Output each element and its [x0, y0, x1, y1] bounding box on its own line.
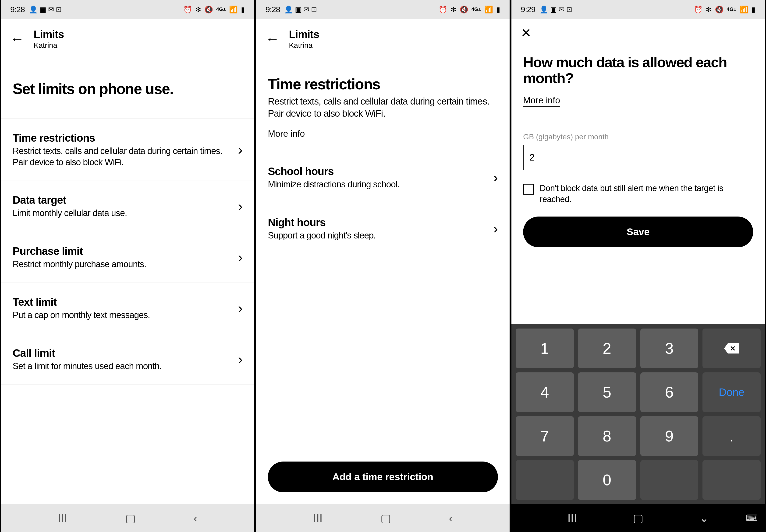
home-button[interactable]: ▢ [380, 511, 391, 525]
key-2[interactable]: 2 [578, 329, 636, 368]
header-title: Limits [34, 28, 64, 41]
android-nav-bar: III ▢ ‹ [1, 504, 254, 532]
page-heading: Set limits on phone use. [1, 59, 254, 119]
status-left-icons: 👤 ▣ ✉ ⊡ [29, 5, 62, 14]
status-time: 9:29 [521, 5, 535, 14]
checkbox-label: Don't block data but still alert me when… [540, 183, 753, 205]
numeric-keyboard: 1 2 3 ✕ 4 5 6 Done 7 8 9 . 0 [511, 324, 765, 504]
key-1[interactable]: 1 [516, 329, 574, 368]
signal-icon: 📶 [740, 5, 748, 14]
recents-button[interactable]: III [567, 512, 577, 525]
item-night-hours[interactable]: Night hours Support a good night's sleep… [256, 203, 509, 254]
battery-icon: ▮ [752, 5, 755, 14]
key-4[interactable]: 4 [516, 372, 574, 412]
item-text-limit[interactable]: Text limit Put a cap on monthly text mes… [1, 283, 254, 334]
key-8[interactable]: 8 [578, 416, 636, 456]
screen-data-target: 9:29 👤 ▣ ✉ ⊡ ⏰ ✻ 🔇 4G± 📶 ▮ ✕ How much da… [510, 0, 766, 532]
key-6[interactable]: 6 [640, 372, 699, 412]
item-call-limit[interactable]: Call limit Set a limit for minutes used … [1, 334, 254, 385]
item-title: Text limit [13, 296, 231, 308]
bluetooth-icon: ✻ [450, 5, 456, 14]
chevron-right-icon: › [493, 221, 498, 237]
key-backspace[interactable]: ✕ [703, 329, 761, 368]
status-bar: 9:29 👤 ▣ ✉ ⊡ ⏰ ✻ 🔇 4G± 📶 ▮ [511, 0, 765, 19]
chevron-right-icon: › [238, 198, 243, 214]
app-header: ← Limits Katrina [1, 19, 254, 59]
item-purchase-limit[interactable]: Purchase limit Restrict monthly purchase… [1, 232, 254, 283]
input-label: GB (gigabytes) per month [511, 119, 765, 145]
chevron-right-icon: › [238, 300, 243, 316]
alarm-icon: ⏰ [183, 5, 192, 14]
item-data-target[interactable]: Data target Limit monthly cellular data … [1, 181, 254, 232]
item-desc: Minimize distractions during school. [268, 179, 486, 190]
keyboard-switch-icon[interactable]: ⌨ [746, 513, 758, 523]
chevron-right-icon: › [238, 351, 243, 367]
key-3[interactable]: 3 [640, 329, 699, 368]
item-desc: Set a limit for minutes used each month. [13, 361, 231, 372]
key-7[interactable]: 7 [516, 416, 574, 456]
back-button[interactable]: ← [266, 32, 280, 46]
item-title: School hours [268, 165, 486, 178]
key-blank-right [640, 460, 699, 500]
close-button[interactable]: ✕ [521, 26, 755, 40]
header-subtitle: Katrina [34, 41, 64, 50]
key-5[interactable]: 5 [578, 372, 636, 412]
status-bar: 9:28 👤 ▣ ✉ ⊡ ⏰ ✻ 🔇 4G± 📶 ▮ [256, 0, 509, 19]
recents-button[interactable]: III [58, 512, 67, 525]
alert-only-checkbox-row[interactable]: Don't block data but still alert me when… [511, 170, 765, 214]
signal-icon: 📶 [229, 5, 238, 14]
network-icon: 4G± [216, 6, 226, 12]
page-heading: Time restrictions [256, 59, 509, 95]
save-button[interactable]: Save [523, 217, 753, 247]
recents-button[interactable]: III [313, 512, 323, 525]
add-time-restriction-button[interactable]: Add a time restriction [268, 462, 498, 492]
header-title: Limits [289, 28, 319, 41]
item-time-restrictions[interactable]: Time restrictions Restrict texts, calls … [1, 119, 254, 181]
data-amount-input[interactable]: 2 [523, 145, 753, 170]
back-button[interactable]: ← [10, 32, 24, 46]
bluetooth-icon: ✻ [706, 5, 712, 14]
item-desc: Support a good night's sleep. [268, 230, 486, 241]
item-title: Data target [13, 194, 231, 206]
status-time: 9:28 [10, 5, 25, 14]
android-nav-bar: III ▢ ⌄ ⌨ [511, 504, 765, 532]
item-desc: Restrict texts, calls and cellular data … [13, 146, 231, 168]
android-nav-bar: III ▢ ‹ [256, 504, 509, 532]
screen-limits: 9:28 👤 ▣ ✉ ⊡ ⏰ ✻ 🔇 4G± 📶 ▮ ← Limits Katr… [0, 0, 255, 532]
key-0[interactable]: 0 [578, 460, 636, 500]
app-header: ← Limits Katrina [256, 19, 509, 59]
item-title: Purchase limit [13, 245, 231, 257]
item-school-hours[interactable]: School hours Minimize distractions durin… [256, 152, 509, 203]
hide-keyboard-button[interactable]: ⌄ [699, 511, 709, 525]
back-nav-button[interactable]: ‹ [194, 512, 198, 525]
key-blank-far-right [703, 460, 761, 500]
more-info-link[interactable]: More info [268, 129, 305, 140]
page-heading: How much data is allowed each month? [511, 43, 765, 91]
chevron-right-icon: › [493, 169, 498, 185]
back-nav-button[interactable]: ‹ [449, 512, 453, 525]
item-title: Night hours [268, 216, 486, 229]
home-button[interactable]: ▢ [633, 511, 643, 525]
item-desc: Restrict monthly purchase amounts. [13, 259, 231, 270]
bluetooth-icon: ✻ [195, 5, 201, 14]
checkbox[interactable] [523, 184, 534, 195]
status-left-icons: 👤 ▣ ✉ ⊡ [539, 5, 572, 14]
home-button[interactable]: ▢ [125, 511, 136, 525]
network-icon: 4G± [471, 6, 481, 12]
mute-icon: 🔇 [460, 5, 468, 14]
network-icon: 4G± [727, 6, 736, 12]
item-desc: Put a cap on monthly text messages. [13, 310, 231, 321]
key-dot[interactable]: . [703, 416, 761, 456]
header-subtitle: Katrina [289, 41, 319, 50]
battery-icon: ▮ [241, 5, 245, 14]
alarm-icon: ⏰ [439, 5, 447, 14]
chevron-right-icon: › [238, 249, 243, 265]
signal-icon: 📶 [484, 5, 493, 14]
item-title: Call limit [13, 347, 231, 359]
more-info-link[interactable]: More info [523, 95, 560, 107]
item-desc: Limit monthly cellular data use. [13, 208, 231, 219]
key-done[interactable]: Done [703, 372, 761, 412]
chevron-right-icon: › [238, 142, 243, 158]
mute-icon: 🔇 [715, 5, 724, 14]
key-9[interactable]: 9 [640, 416, 699, 456]
